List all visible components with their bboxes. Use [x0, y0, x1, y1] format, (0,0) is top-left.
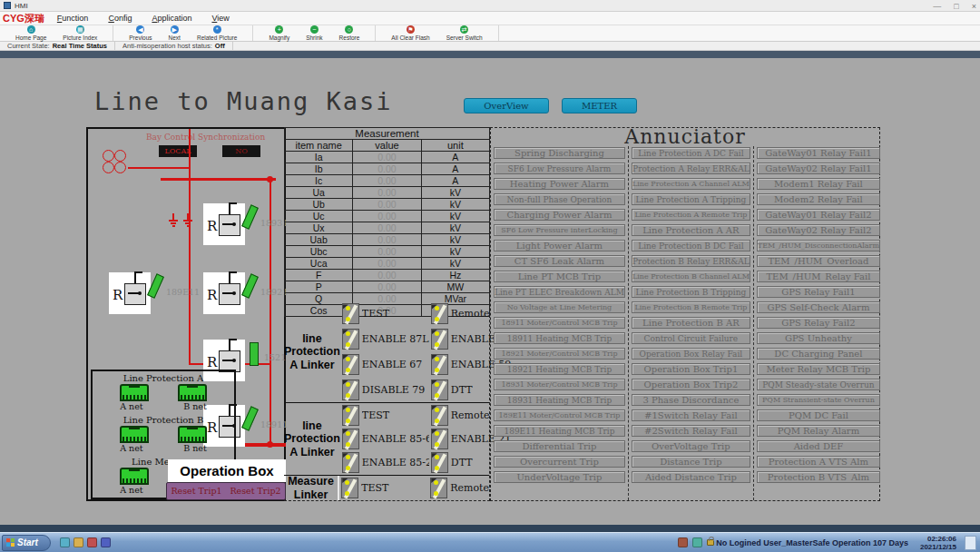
annunciator-cell[interactable]: Protection A Relay ERR&AL [632, 163, 750, 174]
annunciator-cell[interactable]: OverVoltage Trip [632, 440, 750, 452]
annunciator-cell[interactable]: Operation Box Trip1 [632, 363, 750, 375]
annunciator-cell[interactable]: PQM Relay Alarm [757, 425, 880, 437]
annunciator-cell[interactable]: Overcurrent Trip [494, 456, 625, 468]
linker-switch-icon[interactable] [342, 405, 359, 426]
maximize-button[interactable]: □ [954, 2, 958, 11]
annunciator-cell[interactable]: 18921 Heating MCB Trip [494, 363, 625, 375]
menu-view[interactable]: View [211, 14, 229, 23]
linker-switch-icon[interactable] [431, 354, 448, 375]
toolbar-home-page-button[interactable]: ⌂Home Page [7, 25, 54, 41]
linker-switch-icon[interactable] [430, 478, 447, 498]
breaker-18931[interactable]: R [203, 203, 245, 245]
breaker-18921[interactable]: R [203, 272, 245, 314]
earth-switch-icon[interactable] [182, 213, 193, 228]
annunciator-cell[interactable]: PQM Stransient-state Overrun [757, 394, 880, 406]
annunciator-cell[interactable]: 18931 Heating MCB Trip [494, 394, 625, 406]
linker-switch-icon[interactable] [342, 429, 359, 449]
meter-button[interactable]: METER [562, 98, 637, 113]
earth-switch-icon[interactable] [168, 213, 179, 228]
toolbar-shrink-button[interactable]: −Shrink [298, 25, 330, 41]
quick-launch-icon[interactable] [60, 537, 70, 547]
breaker-189E11[interactable]: R [109, 272, 151, 314]
linker-switch-icon[interactable] [431, 380, 448, 400]
reset-trip2-button[interactable]: Reset Trip2 [226, 483, 285, 499]
minimize-button[interactable]: — [933, 2, 941, 11]
toolbar-next-button[interactable]: ▶Next [161, 25, 189, 41]
annunciator-cell[interactable]: SF6 Low Pressure Alarm [494, 163, 625, 174]
annunciator-cell[interactable]: 18921 Moter/Control MCB Trip [494, 348, 625, 360]
reset-trip1-button[interactable]: Reset Trip1 [167, 483, 226, 499]
annunciator-cell[interactable]: GPS Relay Fail1 [757, 286, 880, 298]
menu-config[interactable]: Config [108, 14, 132, 23]
toolbar-previous-button[interactable]: ◀Previous [121, 25, 160, 41]
toolbar-related-picture-button[interactable]: *Related Picture [189, 25, 245, 41]
toolbar-picture-index-button[interactable]: ▦Picture Index [54, 25, 105, 41]
annunciator-cell[interactable]: Line Protection B Remote Trip [632, 301, 750, 313]
annunciator-cell[interactable]: GPS Relay Fail2 [757, 317, 880, 329]
annunciator-cell[interactable]: Protection B Relay ERR&AL [632, 255, 750, 267]
annunciator-cell[interactable]: Control Circuit Failure [632, 332, 750, 344]
annunciator-cell[interactable]: Spring Discharging [494, 147, 625, 159]
annunciator-cell[interactable]: Differential Trip [494, 440, 625, 452]
linker-switch-icon[interactable] [431, 329, 448, 350]
overview-button[interactable]: OverView [464, 98, 549, 113]
tray-icon[interactable] [692, 537, 702, 547]
toolbar-server-switch-button[interactable]: ⇄Server Switch [438, 25, 491, 41]
show-desktop-button[interactable] [965, 536, 976, 550]
annunciator-cell[interactable]: PQM Steady-state Overrun [757, 379, 880, 390]
annunciator-cell[interactable]: #2Switch Relay Fail [632, 425, 750, 437]
start-button[interactable]: Start [2, 535, 51, 551]
breaker-1521-icon[interactable] [250, 342, 259, 366]
menu-function[interactable]: Function [57, 14, 89, 23]
linker-switch-icon[interactable] [342, 303, 359, 324]
annunciator-cell[interactable]: Line PT MCB Trip [494, 271, 625, 282]
annunciator-cell[interactable]: Aided Distance Trip [632, 471, 750, 483]
annunciator-cell[interactable]: Aided DEF [757, 440, 880, 452]
annunciator-cell[interactable]: Modem2 Relay Fail [757, 193, 880, 205]
annunciator-cell[interactable]: 18911 Heating MCB Trip [494, 332, 625, 344]
quick-launch-icon[interactable] [101, 537, 111, 547]
tray-icon[interactable] [678, 537, 688, 547]
annunciator-cell[interactable]: 189E11 Heating MCB Trip [494, 425, 625, 437]
linker-switch-icon[interactable] [342, 452, 359, 473]
annunciator-cell[interactable]: UnderVoltage Trip [494, 471, 625, 483]
annunciator-cell[interactable]: 18931 Moter/Control MCB Trip [494, 379, 625, 390]
quick-launch-icon[interactable] [74, 537, 83, 547]
annunciator-cell[interactable]: GateWay01 Relay Fail2 [757, 209, 880, 221]
annunciator-cell[interactable]: CT SF6 Leak Alarm [494, 255, 625, 267]
linker-switch-icon[interactable] [342, 329, 359, 350]
annunciator-cell[interactable]: Line Protection A Remote Trip [632, 209, 750, 221]
annunciator-cell[interactable]: 18911 Moter/Control MCB Trip [494, 317, 625, 329]
annunciator-cell[interactable]: Line Protection A Tripping [632, 193, 750, 205]
annunciator-cell[interactable]: Line Protection B DC Fail [632, 240, 750, 251]
annunciator-cell[interactable]: No Voltage at Line Metering [494, 301, 625, 313]
linker-switch-icon[interactable] [342, 380, 359, 400]
annunciator-cell[interactable]: TEM_/HUM_Overload [757, 255, 880, 267]
linker-switch-icon[interactable] [341, 478, 358, 498]
toolbar-magnify-button[interactable]: +Magnify [260, 25, 298, 41]
annunciator-cell[interactable]: Non-full Phase Operation [494, 193, 625, 205]
annunciator-cell[interactable]: Line Protection B Tripping [632, 286, 750, 298]
annunciator-cell[interactable]: DC Charging Panel [757, 348, 880, 360]
annunciator-cell[interactable]: Modem1 Relay Fail [757, 178, 880, 190]
linker-switch-icon[interactable] [431, 429, 448, 449]
annunciator-cell[interactable]: Line PT ELEC Breakdown ALM [494, 286, 625, 298]
annunciator-cell[interactable]: GateWay01 Relay Fail1 [757, 147, 880, 159]
annunciator-cell[interactable]: Line Protection A AR [632, 224, 750, 236]
linker-switch-icon[interactable] [342, 354, 359, 375]
annunciator-cell[interactable]: Line Protection B AR [632, 317, 750, 329]
toolbar-all-clear-flash-button[interactable]: ⚑All Clear Flash [383, 25, 437, 41]
annunciator-cell[interactable]: GateWay02 Relay Fail1 [757, 163, 880, 174]
annunciator-cell[interactable]: GateWay02 Relay Fail2 [757, 224, 880, 236]
menu-application[interactable]: Application [152, 14, 191, 23]
annunciator-cell[interactable]: Protection B VTS_Alm [757, 471, 880, 483]
annunciator-cell[interactable]: Light Power Alarm [494, 240, 625, 251]
linker-switch-icon[interactable] [431, 405, 448, 426]
quick-launch-icon[interactable] [87, 537, 97, 547]
annunciator-cell[interactable]: GPS Unheathy [757, 332, 880, 344]
annunciator-cell[interactable]: PQM DC Fail [757, 409, 880, 421]
annunciator-cell[interactable]: SF6 Low Pressure interLocking [494, 224, 625, 236]
annunciator-cell[interactable]: TEM_/HUM_DisconnectionAlarm [757, 240, 880, 251]
annunciator-cell[interactable]: Operation Box Trip2 [632, 379, 750, 390]
linker-switch-icon[interactable] [431, 303, 448, 324]
